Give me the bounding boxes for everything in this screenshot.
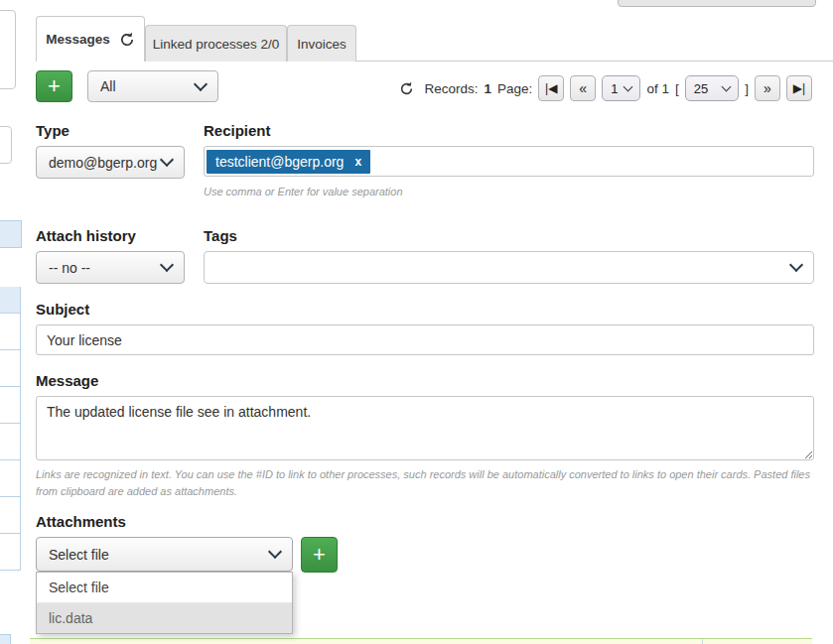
page-number-value: 1 [611,81,618,96]
attachments-option-select-file[interactable]: Select file [37,573,292,603]
left-cropped-table [0,287,21,571]
page-number-select[interactable]: 1 [602,75,640,101]
prev-page-button[interactable]: « [570,75,596,101]
page-size-value: 25 [694,81,708,96]
type-select[interactable]: demo@bgerp.org [36,146,185,179]
last-page-button[interactable]: ▶| [786,75,812,101]
tags-select[interactable] [204,251,814,284]
records-label: Records: [424,81,478,96]
chevron-down-icon [160,153,174,167]
bracket-open: [ [675,81,679,96]
chevron-down-icon [160,258,174,272]
pagination-bar: Records: 1 Page: |◀ « 1 of 1 [ 25 ] » ▶| [399,74,812,102]
left-cropped-table-row [0,534,20,571]
recipient-label: Recipient [204,122,271,139]
next-page-button[interactable]: » [755,75,780,101]
left-cropped-panel [0,10,16,89]
filter-select-value: All [100,78,196,94]
attachments-select[interactable]: Select file [36,537,293,572]
refresh-icon[interactable] [119,32,135,48]
left-cropped-header [0,220,22,248]
chevron-down-icon [789,258,803,272]
type-label: Type [36,122,69,139]
tab-linked-processes-label: Linked processes 2/0 [153,37,280,52]
left-cropped-field [0,126,12,164]
attach-history-select[interactable]: -- no -- [36,251,185,284]
left-cropped-table-row [0,314,20,350]
message-form-page: Messages Linked processes 2/0 Invoices +… [0,0,833,644]
left-cropped-table-row [0,350,20,387]
page-size-select[interactable]: 25 [685,75,739,101]
attachments-option-lic-data[interactable]: lic.data [37,603,292,633]
recipient-tag: testclient@bgerp.org x [207,150,370,174]
attachments-label: Attachments [36,513,126,530]
left-cropped-cell [0,634,11,644]
left-cropped-table-row [0,497,20,534]
subject-label: Subject [36,301,89,318]
tab-linked-processes[interactable]: Linked processes 2/0 [145,25,287,62]
message-list-row-top [30,638,812,644]
attach-history-label: Attach history [36,227,136,244]
attach-history-value: -- no -- [49,260,162,276]
first-page-button[interactable]: |◀ [538,75,564,101]
page-label: Page: [497,81,532,96]
type-select-value: demo@bgerp.org [49,155,162,171]
chevron-down-icon [624,82,633,92]
tab-invoices[interactable]: Invoices [287,25,356,62]
attachments-select-value: Select file [49,547,270,563]
records-count: 1 [484,81,491,96]
chevron-down-icon [722,82,732,92]
left-cropped-table-header [0,287,20,314]
refresh-icon[interactable] [399,81,414,96]
add-attachment-button[interactable]: + [301,537,338,573]
tab-invoices-label: Invoices [297,37,347,52]
column-divider [702,639,703,644]
chevron-down-icon [268,545,282,559]
chevron-down-icon [194,76,208,90]
message-label: Message [36,372,98,389]
tags-label: Tags [204,227,237,244]
remove-tag-icon[interactable]: x [354,155,361,169]
subject-input[interactable] [36,324,814,355]
add-message-button[interactable]: + [36,70,72,102]
page-of-text: of 1 [646,81,669,96]
bracket-close: ] [745,81,749,96]
left-cropped-table-row [0,460,20,497]
recipient-hint: Use comma or Enter for value separation [204,184,403,200]
tab-messages-label: Messages [46,32,110,47]
recipient-tag-text: testclient@bgerp.org [215,154,344,170]
left-cropped-table-row [0,387,20,424]
filter-select[interactable]: All [87,70,218,102]
recipient-input[interactable]: testclient@bgerp.org x [204,146,814,177]
message-hint: Links are recognized in text. You can us… [36,466,816,499]
message-textarea[interactable]: The updated license file see in attachme… [36,396,814,460]
attachments-dropdown-list: Select file lic.data [36,572,293,634]
plus-icon: + [48,75,61,97]
top-cropped-button [618,0,816,7]
left-cropped-table-row [0,424,20,460]
tab-messages[interactable]: Messages [36,16,145,62]
plus-icon: + [313,544,326,566]
